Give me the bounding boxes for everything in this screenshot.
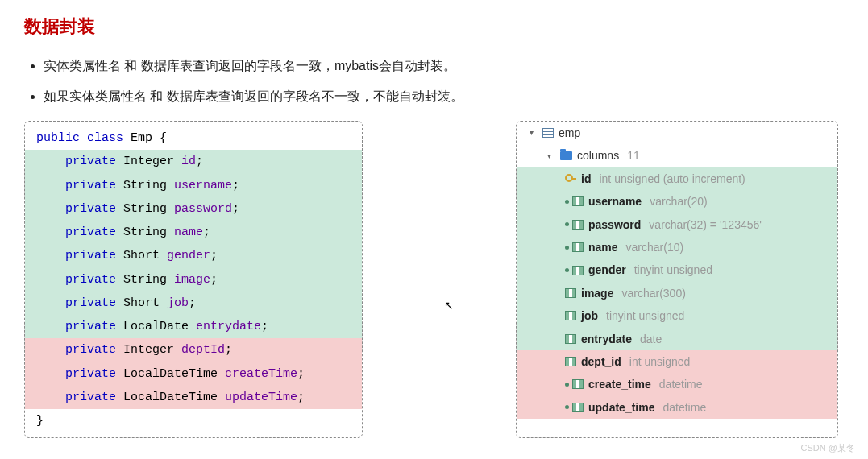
tree-panel: ▾ emp ▾ columns 11 idint unsigned (auto … xyxy=(516,121,838,438)
tree-column-row[interactable]: dept_idint unsigned xyxy=(517,350,837,373)
code-field: private LocalDateTime updateTime; xyxy=(25,386,362,409)
folder-icon xyxy=(560,151,572,160)
code-match-block: private Integer id; private String usern… xyxy=(25,150,362,338)
column-icon xyxy=(572,379,584,389)
code-field: private LocalDateTime createTime; xyxy=(25,362,362,386)
tree-column-row[interactable]: namevarchar(10) xyxy=(517,236,837,258)
tree-column-row[interactable]: usernamevarchar(20) xyxy=(517,190,837,213)
tree-column-row[interactable]: jobtinyint unsigned xyxy=(517,304,837,327)
dot-icon xyxy=(565,268,569,272)
column-icon xyxy=(565,311,576,320)
bullet-list: 实体类属性名 和 数据库表查询返回的字段名一致，mybatis会自动封装。 如果… xyxy=(44,56,844,106)
column-icon xyxy=(572,266,584,275)
column-icon xyxy=(565,357,576,366)
code-field: private String image; xyxy=(25,268,362,292)
tree-table-row[interactable]: ▾ emp xyxy=(517,122,837,144)
tree-columns-count: 11 xyxy=(627,147,640,164)
dot-icon xyxy=(565,246,569,250)
column-icon xyxy=(565,334,576,344)
column-icon xyxy=(565,288,576,298)
page-title: 数据封装 xyxy=(24,14,844,39)
code-class-decl: public class Emp { xyxy=(25,126,362,150)
code-field: private Integer deptId; xyxy=(25,338,362,362)
tree-match-block: idint unsigned (auto increment) username… xyxy=(517,167,837,350)
tree-column-row[interactable]: entrydatedate xyxy=(517,328,837,350)
code-field: private Short job; xyxy=(25,292,362,315)
tree-columns-label: columns xyxy=(577,147,619,164)
chevron-down-icon: ▾ xyxy=(530,126,538,139)
dot-icon xyxy=(565,405,569,409)
dot-icon xyxy=(565,200,569,204)
tree-table-name: emp xyxy=(559,124,580,142)
tree-column-row[interactable]: passwordvarchar(32) = '123456' xyxy=(517,213,837,236)
dot-icon xyxy=(565,382,569,387)
tree-column-row[interactable]: gendertinyint unsigned xyxy=(517,258,837,281)
code-field: private Integer id; xyxy=(25,150,362,173)
key-icon xyxy=(565,174,576,184)
tree-column-row[interactable]: imagevarchar(300) xyxy=(517,282,837,304)
panels-row: public class Emp { private Integer id; p… xyxy=(24,121,844,438)
tree-mismatch-block: dept_idint unsigned create_timedatetime … xyxy=(517,350,837,419)
watermark: CSDN @某冬 xyxy=(801,442,855,453)
tree-column-row[interactable]: idint unsigned (auto increment) xyxy=(517,167,837,190)
tree-column-row[interactable]: update_timedatetime xyxy=(517,396,837,419)
tree-columns-row[interactable]: ▾ columns 11 xyxy=(517,144,837,167)
tree-column-row[interactable]: create_timedatetime xyxy=(517,373,837,395)
code-field: private String name; xyxy=(25,221,362,244)
bullet-item: 如果实体类属性名 和 数据库表查询返回的字段名不一致，不能自动封装。 xyxy=(44,87,844,106)
chevron-down-icon: ▾ xyxy=(547,150,555,163)
column-icon xyxy=(572,196,584,206)
column-icon xyxy=(572,242,584,252)
column-icon xyxy=(572,403,584,412)
code-field: private String password; xyxy=(25,197,362,221)
bullet-item: 实体类属性名 和 数据库表查询返回的字段名一致，mybatis会自动封装。 xyxy=(44,56,844,76)
code-field: private Short gender; xyxy=(25,244,362,267)
column-icon xyxy=(572,220,584,229)
code-field: private LocalDate entrydate; xyxy=(25,315,362,338)
code-panel: public class Emp { private Integer id; p… xyxy=(24,121,363,438)
code-field: private String username; xyxy=(25,174,362,197)
code-close-brace: } xyxy=(25,409,362,432)
code-mismatch-block: private Integer deptId; private LocalDat… xyxy=(25,338,362,409)
table-icon xyxy=(542,128,554,138)
dot-icon xyxy=(565,222,569,226)
